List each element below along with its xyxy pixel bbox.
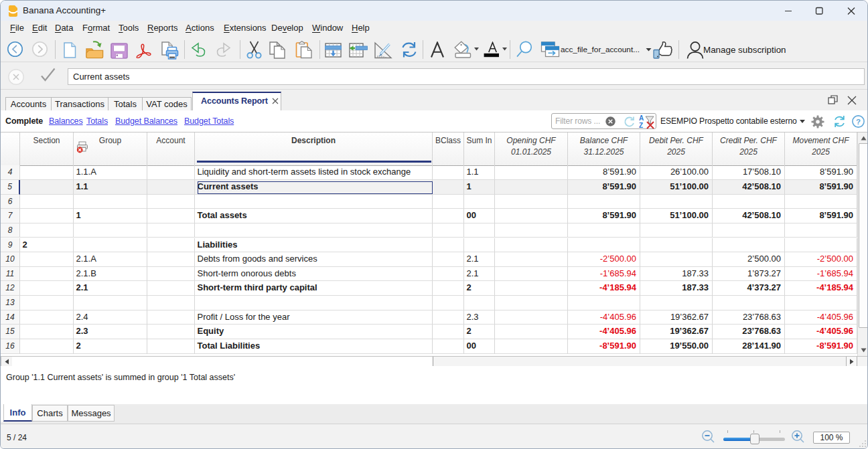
- svg-text:?: ?: [856, 118, 861, 126]
- svg-text:Z: Z: [639, 122, 643, 129]
- svg-text:A: A: [639, 114, 644, 122]
